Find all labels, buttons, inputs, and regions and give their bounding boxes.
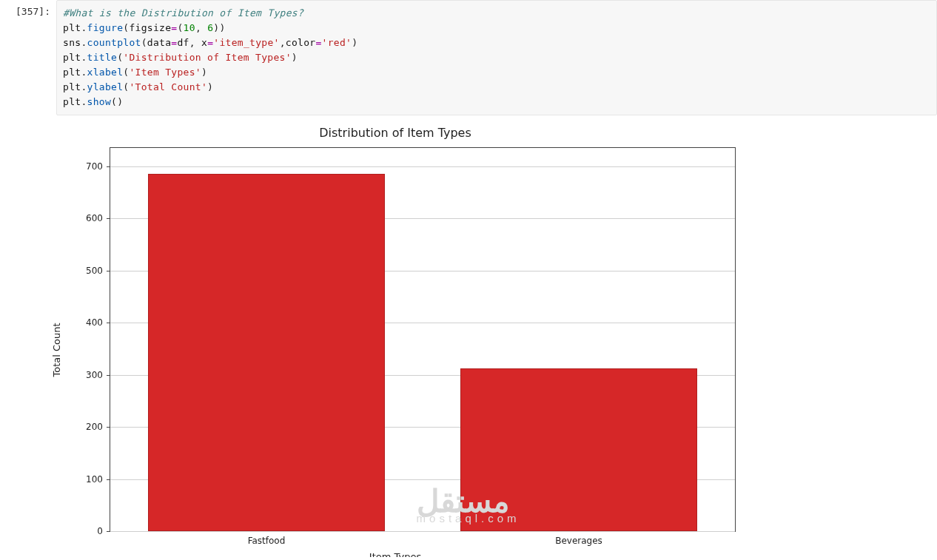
- bar: [148, 174, 386, 531]
- plot-area: FastfoodBeverages مستقل mostaql.com 0100…: [110, 147, 736, 532]
- y-tick-label: 200: [86, 422, 103, 432]
- x-axis-label: Item Types: [369, 551, 421, 557]
- cell-output: Distribution of Item Types Total Count F…: [50, 115, 740, 557]
- bar: [460, 368, 698, 531]
- gridline: [110, 531, 735, 532]
- y-axis-label: Total Count: [51, 323, 62, 377]
- y-tick-label: 500: [86, 266, 103, 276]
- y-tick: [107, 427, 110, 428]
- y-tick: [107, 218, 110, 219]
- y-tick: [107, 375, 110, 376]
- cell-prompt: [357]:: [0, 0, 56, 17]
- y-tick: [107, 323, 110, 323]
- y-tick-label: 300: [86, 370, 103, 380]
- code-input[interactable]: #What is the Distribution of Item Types?…: [56, 0, 937, 115]
- chart-title: Distribution of Item Types: [50, 126, 740, 140]
- bars-container: FastfoodBeverages: [110, 148, 735, 531]
- code-comment: #What is the Distribution of Item Types?: [63, 7, 303, 18]
- y-tick: [107, 531, 110, 532]
- bar-slot: Fastfood: [110, 148, 423, 531]
- y-tick: [107, 479, 110, 480]
- x-tick-label: Beverages: [555, 536, 602, 546]
- y-tick-label: 0: [97, 526, 103, 536]
- notebook-cell: [357]: #What is the Distribution of Item…: [0, 0, 937, 115]
- chart: Total Count FastfoodBeverages مستقل most…: [50, 143, 740, 557]
- y-tick: [107, 271, 110, 271]
- x-tick-label: Fastfood: [248, 536, 286, 546]
- y-tick-label: 600: [86, 213, 103, 223]
- bar-slot: Beverages: [423, 148, 735, 531]
- y-tick: [107, 166, 110, 167]
- gridline: [110, 166, 735, 167]
- y-tick-label: 400: [86, 317, 103, 328]
- y-tick-label: 700: [86, 161, 103, 172]
- y-tick-label: 100: [86, 474, 103, 485]
